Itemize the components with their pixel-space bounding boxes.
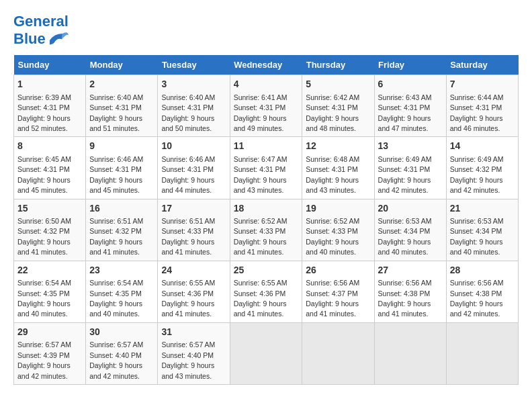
calendar-cell: 16Sunrise: 6:51 AMSunset: 4:32 PMDayligh…: [86, 199, 158, 261]
calendar-cell: 21Sunrise: 6:53 AMSunset: 4:34 PMDayligh…: [446, 199, 518, 261]
day-info: Sunrise: 6:46 AMSunset: 4:31 PMDaylight:…: [89, 155, 143, 194]
calendar-cell: 27Sunrise: 6:56 AMSunset: 4:38 PMDayligh…: [374, 261, 446, 322]
day-number: 31: [161, 326, 226, 339]
calendar-cell: 14Sunrise: 6:49 AMSunset: 4:32 PMDayligh…: [446, 137, 518, 199]
day-number: 26: [306, 264, 370, 277]
day-info: Sunrise: 6:39 AMSunset: 4:31 PMDaylight:…: [17, 93, 71, 132]
calendar-cell: 18Sunrise: 6:52 AMSunset: 4:33 PMDayligh…: [230, 199, 302, 261]
calendar-cell: 19Sunrise: 6:52 AMSunset: 4:33 PMDayligh…: [302, 199, 374, 261]
day-number: 29: [17, 326, 82, 339]
page-header: General Blue: [13, 13, 519, 48]
header-row: Sunday Monday Tuesday Wednesday Thursday…: [14, 55, 519, 75]
day-info: Sunrise: 6:49 AMSunset: 4:31 PMDaylight:…: [378, 155, 432, 194]
day-info: Sunrise: 6:40 AMSunset: 4:31 PMDaylight:…: [89, 93, 143, 132]
day-number: 28: [450, 264, 515, 277]
day-info: Sunrise: 6:50 AMSunset: 4:32 PMDaylight:…: [17, 217, 71, 256]
day-info: Sunrise: 6:55 AMSunset: 4:36 PMDaylight:…: [161, 279, 215, 318]
day-info: Sunrise: 6:44 AMSunset: 4:31 PMDaylight:…: [450, 93, 504, 132]
calendar-cell: 8Sunrise: 6:45 AMSunset: 4:31 PMDaylight…: [14, 137, 86, 199]
calendar-cell: 7Sunrise: 6:44 AMSunset: 4:31 PMDaylight…: [446, 75, 518, 137]
calendar-cell: 5Sunrise: 6:42 AMSunset: 4:31 PMDaylight…: [302, 75, 374, 137]
day-info: Sunrise: 6:41 AMSunset: 4:31 PMDaylight:…: [234, 93, 287, 132]
day-info: Sunrise: 6:56 AMSunset: 4:38 PMDaylight:…: [378, 279, 432, 318]
calendar-cell: 3Sunrise: 6:40 AMSunset: 4:31 PMDaylight…: [158, 75, 230, 137]
col-thursday: Thursday: [302, 55, 374, 75]
calendar-cell: 1Sunrise: 6:39 AMSunset: 4:31 PMDaylight…: [14, 75, 86, 137]
col-monday: Monday: [86, 55, 158, 75]
day-number: 23: [89, 264, 154, 277]
day-info: Sunrise: 6:53 AMSunset: 4:34 PMDaylight:…: [450, 217, 504, 256]
calendar-cell: 12Sunrise: 6:48 AMSunset: 4:31 PMDayligh…: [302, 137, 374, 199]
calendar-cell: 26Sunrise: 6:56 AMSunset: 4:37 PMDayligh…: [302, 261, 374, 322]
calendar-cell: [302, 322, 374, 384]
day-info: Sunrise: 6:51 AMSunset: 4:32 PMDaylight:…: [89, 217, 143, 256]
day-info: Sunrise: 6:47 AMSunset: 4:31 PMDaylight:…: [234, 155, 287, 194]
day-number: 25: [234, 264, 299, 277]
day-number: 12: [306, 140, 370, 153]
day-number: 7: [450, 78, 515, 91]
calendar-table: Sunday Monday Tuesday Wednesday Thursday…: [13, 55, 519, 385]
day-info: Sunrise: 6:57 AMSunset: 4:40 PMDaylight:…: [89, 340, 143, 379]
day-number: 11: [234, 140, 299, 153]
day-number: 8: [17, 140, 82, 153]
calendar-cell: 24Sunrise: 6:55 AMSunset: 4:36 PMDayligh…: [158, 261, 230, 322]
day-number: 1: [17, 78, 82, 91]
calendar-cell: 13Sunrise: 6:49 AMSunset: 4:31 PMDayligh…: [374, 137, 446, 199]
day-number: 17: [161, 202, 226, 216]
col-saturday: Saturday: [446, 55, 518, 75]
calendar-cell: 11Sunrise: 6:47 AMSunset: 4:31 PMDayligh…: [230, 137, 302, 199]
day-number: 10: [161, 140, 226, 153]
calendar-cell: 20Sunrise: 6:53 AMSunset: 4:34 PMDayligh…: [374, 199, 446, 261]
day-number: 20: [378, 202, 443, 216]
day-number: 21: [450, 202, 515, 216]
day-number: 22: [17, 264, 82, 277]
day-number: 9: [89, 140, 154, 153]
day-number: 2: [89, 78, 154, 91]
day-info: Sunrise: 6:54 AMSunset: 4:35 PMDaylight:…: [89, 279, 143, 318]
day-info: Sunrise: 6:40 AMSunset: 4:31 PMDaylight:…: [161, 93, 215, 132]
calendar-cell: 30Sunrise: 6:57 AMSunset: 4:40 PMDayligh…: [86, 322, 158, 384]
calendar-cell: 29Sunrise: 6:57 AMSunset: 4:39 PMDayligh…: [14, 322, 86, 384]
day-info: Sunrise: 6:48 AMSunset: 4:31 PMDaylight:…: [306, 155, 359, 194]
calendar-cell: 23Sunrise: 6:54 AMSunset: 4:35 PMDayligh…: [86, 261, 158, 322]
calendar-cell: [374, 322, 446, 384]
calendar-cell: 6Sunrise: 6:43 AMSunset: 4:31 PMDaylight…: [374, 75, 446, 137]
day-info: Sunrise: 6:51 AMSunset: 4:33 PMDaylight:…: [161, 217, 215, 256]
calendar-cell: 25Sunrise: 6:55 AMSunset: 4:36 PMDayligh…: [230, 261, 302, 322]
day-number: 24: [161, 264, 226, 277]
logo: General Blue: [13, 13, 69, 48]
day-info: Sunrise: 6:45 AMSunset: 4:31 PMDaylight:…: [17, 155, 71, 194]
day-info: Sunrise: 6:43 AMSunset: 4:31 PMDaylight:…: [378, 93, 432, 132]
calendar-week-row: 22Sunrise: 6:54 AMSunset: 4:35 PMDayligh…: [14, 261, 519, 322]
day-number: 13: [378, 140, 443, 153]
calendar-cell: 17Sunrise: 6:51 AMSunset: 4:33 PMDayligh…: [158, 199, 230, 261]
calendar-cell: 31Sunrise: 6:57 AMSunset: 4:40 PMDayligh…: [158, 322, 230, 384]
day-info: Sunrise: 6:53 AMSunset: 4:34 PMDaylight:…: [378, 217, 432, 256]
day-info: Sunrise: 6:56 AMSunset: 4:37 PMDaylight:…: [306, 279, 359, 318]
calendar-cell: 4Sunrise: 6:41 AMSunset: 4:31 PMDaylight…: [230, 75, 302, 137]
day-info: Sunrise: 6:52 AMSunset: 4:33 PMDaylight:…: [306, 217, 359, 256]
day-number: 27: [378, 264, 443, 277]
day-number: 15: [17, 202, 82, 216]
day-info: Sunrise: 6:46 AMSunset: 4:31 PMDaylight:…: [161, 155, 215, 194]
day-number: 3: [161, 78, 226, 91]
day-info: Sunrise: 6:54 AMSunset: 4:35 PMDaylight:…: [17, 279, 71, 318]
col-wednesday: Wednesday: [230, 55, 302, 75]
calendar-cell: [446, 322, 518, 384]
day-info: Sunrise: 6:49 AMSunset: 4:32 PMDaylight:…: [450, 155, 504, 194]
day-number: 6: [378, 78, 443, 91]
calendar-week-row: 29Sunrise: 6:57 AMSunset: 4:39 PMDayligh…: [14, 322, 519, 384]
day-info: Sunrise: 6:52 AMSunset: 4:33 PMDaylight:…: [234, 217, 287, 256]
day-info: Sunrise: 6:56 AMSunset: 4:38 PMDaylight:…: [450, 279, 504, 318]
day-info: Sunrise: 6:42 AMSunset: 4:31 PMDaylight:…: [306, 93, 359, 132]
calendar-week-row: 15Sunrise: 6:50 AMSunset: 4:32 PMDayligh…: [14, 199, 519, 261]
day-number: 18: [234, 202, 299, 216]
calendar-week-row: 1Sunrise: 6:39 AMSunset: 4:31 PMDaylight…: [14, 75, 519, 137]
calendar-cell: 28Sunrise: 6:56 AMSunset: 4:38 PMDayligh…: [446, 261, 518, 322]
calendar-cell: 10Sunrise: 6:46 AMSunset: 4:31 PMDayligh…: [158, 137, 230, 199]
day-info: Sunrise: 6:57 AMSunset: 4:40 PMDaylight:…: [161, 340, 215, 379]
calendar-cell: 2Sunrise: 6:40 AMSunset: 4:31 PMDaylight…: [86, 75, 158, 137]
calendar-cell: 22Sunrise: 6:54 AMSunset: 4:35 PMDayligh…: [14, 261, 86, 322]
logo-bird-icon: [47, 30, 69, 48]
calendar-cell: 15Sunrise: 6:50 AMSunset: 4:32 PMDayligh…: [14, 199, 86, 261]
